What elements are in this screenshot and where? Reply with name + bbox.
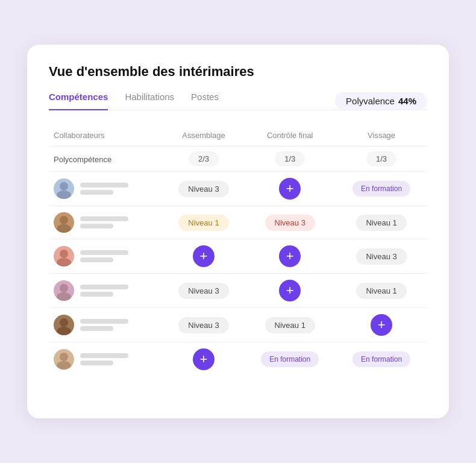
name-lines — [80, 353, 128, 365]
polyvalence-label: Polyvalence — [346, 96, 395, 106]
avatar — [54, 212, 74, 233]
name-lines — [80, 250, 128, 262]
name-line-1 — [80, 353, 128, 358]
svg-point-6 — [60, 284, 68, 292]
svg-point-4 — [60, 250, 68, 258]
avatar — [54, 246, 74, 266]
table-row: Niveau 3 + Niveau 1 — [49, 274, 427, 308]
polycomp-controle: 1/3 — [275, 151, 305, 166]
col-header-assemblage: Assemblage — [163, 125, 245, 146]
niveau-badge: Niveau 3 — [178, 181, 228, 197]
add-button[interactable]: + — [371, 314, 392, 336]
name-lines — [80, 319, 128, 331]
col-header-collaborateurs: Collaborateurs — [49, 125, 163, 146]
polycomp-assemblage: 2/3 — [189, 151, 219, 166]
name-line-1 — [80, 319, 128, 324]
name-line-2 — [80, 224, 113, 228]
niveau-badge-yellow: Niveau 1 — [178, 215, 228, 231]
avatar — [54, 178, 74, 199]
main-card: Vue d'ensemble des intérimaires Compéten… — [27, 45, 449, 418]
polycomp-vissage: 1/3 — [366, 151, 396, 166]
en-formation-badge: En formation — [261, 351, 319, 367]
tab-bar: Compétences Habilitations Postes Polyval… — [49, 92, 427, 110]
en-formation-badge: En formation — [352, 181, 410, 197]
svg-point-11 — [57, 361, 71, 370]
niveau-badge-pink: Niveau 3 — [265, 215, 315, 231]
add-button[interactable]: + — [279, 178, 301, 200]
collaborator-cell — [54, 315, 158, 335]
page-title: Vue d'ensemble des intérimaires — [49, 64, 427, 80]
add-button[interactable]: + — [279, 280, 301, 301]
niveau-badge: Niveau 1 — [356, 283, 406, 299]
avatar — [54, 315, 74, 335]
collaborator-cell — [54, 212, 158, 233]
niveau-badge: Niveau 3 — [178, 317, 228, 333]
competences-table: Collaborateurs Assemblage Contrôle final… — [49, 125, 427, 376]
name-line-1 — [80, 285, 128, 289]
svg-point-10 — [60, 353, 68, 361]
table-row: + En formation En formation — [49, 342, 427, 377]
tab-competences[interactable]: Compétences — [49, 92, 108, 110]
svg-point-8 — [60, 318, 68, 327]
collaborator-cell — [54, 280, 158, 301]
niveau-badge: Niveau 3 — [178, 283, 228, 299]
name-line-2 — [80, 361, 113, 365]
col-header-controle: Contrôle final — [244, 125, 336, 146]
tab-habilitations[interactable]: Habilitations — [125, 92, 174, 110]
add-button[interactable]: + — [193, 348, 215, 370]
svg-point-2 — [60, 216, 68, 224]
name-line-1 — [80, 183, 128, 187]
tab-postes[interactable]: Postes — [191, 92, 219, 110]
name-lines — [80, 285, 128, 297]
name-line-2 — [80, 190, 113, 195]
svg-point-9 — [57, 327, 71, 335]
add-button[interactable]: + — [279, 245, 301, 267]
name-lines — [80, 183, 128, 195]
collaborator-cell — [54, 178, 158, 199]
polyvalence-value: 44% — [398, 96, 416, 106]
svg-point-1 — [57, 191, 71, 199]
polycomp-label: Polycompétence — [54, 155, 111, 164]
name-line-2 — [80, 257, 113, 262]
name-lines — [80, 216, 128, 228]
collaborator-cell — [54, 246, 158, 266]
en-formation-badge: En formation — [352, 351, 410, 367]
niveau-badge: Niveau 3 — [356, 248, 406, 265]
table-row: Niveau 3 + En formation — [49, 172, 427, 206]
polyvalence-badge: Polyvalence 44% — [335, 92, 427, 110]
svg-point-0 — [60, 182, 68, 191]
avatar — [54, 349, 74, 370]
name-line-2 — [80, 326, 113, 331]
name-line-1 — [80, 250, 128, 255]
niveau-badge: Niveau 1 — [356, 215, 406, 231]
add-button[interactable]: + — [193, 245, 215, 267]
name-line-2 — [80, 292, 113, 297]
niveau-badge: Niveau 1 — [265, 317, 315, 333]
polycomp-row: Polycompétence 2/3 1/3 1/3 — [49, 146, 427, 172]
name-line-1 — [80, 216, 128, 221]
svg-point-5 — [57, 258, 71, 266]
table-row: Niveau 1 Niveau 3 Niveau 1 — [49, 206, 427, 239]
svg-point-3 — [57, 224, 71, 233]
svg-point-7 — [57, 292, 71, 301]
col-header-vissage: Vissage — [336, 125, 427, 146]
table-row: Niveau 3 Niveau 1 + — [49, 308, 427, 342]
avatar — [54, 280, 74, 301]
collaborator-cell — [54, 349, 158, 370]
table-row: + + Niveau 3 — [49, 239, 427, 274]
